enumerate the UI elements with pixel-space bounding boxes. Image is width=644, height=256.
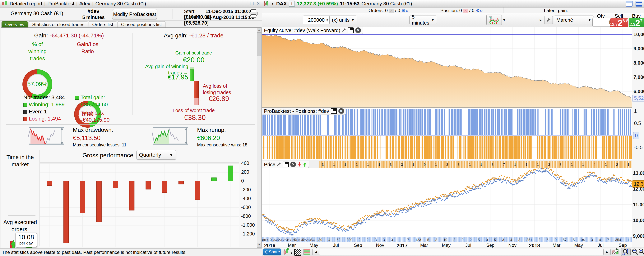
scroll-left-icon[interactable]: ◀ bbox=[312, 249, 320, 255]
orders-count-2: 0 bbox=[398, 8, 400, 13]
order-count: 3 bbox=[375, 238, 377, 242]
order-count: 5 bbox=[494, 238, 496, 242]
panel-window-icon[interactable] bbox=[282, 162, 289, 167]
price-axis-gutter[interactable]: 10,0009,0008,0007,0006,0005,528.710.50-0… bbox=[632, 27, 644, 247]
timeframe-select[interactable]: 5 minutes ▼ bbox=[409, 16, 437, 24]
positions-panel[interactable] bbox=[262, 108, 632, 160]
quantity-stepper[interactable]: 200000 ▲▼ bbox=[303, 16, 330, 24]
modify-probacktest-button[interactable]: Modify ProBacktest bbox=[112, 9, 157, 19]
x-axis-label: Sep bbox=[486, 242, 494, 248]
dropdown-caret-icon[interactable]: ▼ bbox=[502, 18, 506, 22]
close-icon[interactable]: ✕ bbox=[355, 28, 361, 33]
scroll-up-icon[interactable]: ▲ bbox=[257, 28, 261, 33]
gear-icon[interactable]: ⚙⚙ bbox=[402, 8, 408, 13]
equity-panel-header[interactable]: Equity curve: #dev (Walk Forward) ✕ bbox=[262, 27, 363, 34]
stepper-arrows[interactable]: ▲▼ bbox=[326, 18, 328, 22]
minimize-button[interactable]: — bbox=[243, 1, 247, 6]
order-count: 19 bbox=[444, 238, 447, 242]
price-last-value: 12,327.3 bbox=[632, 180, 644, 187]
losing-legend-swatch bbox=[24, 117, 27, 121]
max-consecutive-wins: Max consecutive wins: 18 bbox=[197, 142, 247, 148]
equity-axis-label: 9,000 bbox=[634, 46, 644, 52]
units-select[interactable]: (x) units ▼ bbox=[330, 16, 357, 24]
tab-statistics-of-closed-trades[interactable]: Statistics of closed trades bbox=[28, 21, 88, 28]
order-count: 4 bbox=[599, 238, 601, 242]
close-icon[interactable]: ✕ bbox=[290, 162, 296, 167]
x-axis-label: Mar bbox=[552, 242, 560, 248]
zoom-fit-icon[interactable] bbox=[621, 248, 630, 256]
remove-x-icon[interactable]: ✕ bbox=[389, 9, 394, 13]
tab-orders-list[interactable]: Orders list bbox=[88, 21, 117, 28]
best-trade-label: Gain of best trade bbox=[165, 50, 222, 56]
panel-window-icon[interactable] bbox=[348, 28, 354, 33]
chart-window: ▼ DAX i 12,327.3 (+0.59%) 11:15:53 Germa… bbox=[262, 0, 644, 256]
total-loss-label: Total loss: bbox=[80, 110, 104, 116]
qty-input[interactable]: 1 bbox=[592, 18, 613, 27]
tab-overview[interactable]: Overview bbox=[2, 21, 28, 28]
scroll-right-icon[interactable]: ▶ bbox=[603, 249, 611, 255]
losing-count: Losing: 1,494 bbox=[29, 116, 61, 122]
x-axis-label: Jul bbox=[333, 242, 339, 248]
time-scrollbar[interactable] bbox=[319, 249, 604, 255]
order-count: 4 bbox=[328, 238, 330, 242]
price-count: 1 bbox=[582, 163, 584, 167]
close-button[interactable]: ✕ bbox=[256, 1, 260, 6]
equity-curve-plot bbox=[262, 27, 632, 107]
positions-panel-header[interactable]: ProBacktest - Positions: #dev ✕ bbox=[262, 108, 346, 115]
info-icon[interactable]: i bbox=[289, 1, 295, 7]
workspace-grid-icon[interactable] bbox=[626, 1, 632, 7]
order-settings-button[interactable] bbox=[544, 16, 553, 24]
zoom-in-icon[interactable] bbox=[638, 248, 644, 255]
price-panel-header[interactable]: Price ✕ bbox=[262, 161, 309, 168]
report-list-icon[interactable] bbox=[294, 249, 301, 255]
bar-Q1-2017 bbox=[130, 181, 134, 210]
sell-button[interactable]: 12,326.8 bbox=[610, 18, 628, 27]
best-trade-value: €20.00 bbox=[165, 56, 222, 64]
price-count: 1 bbox=[627, 163, 630, 167]
panel-window-icon[interactable] bbox=[331, 108, 337, 114]
buy-button[interactable]: 12,327.8 bbox=[629, 18, 644, 27]
wrench-icon[interactable] bbox=[342, 28, 346, 33]
market-symbol[interactable]: DAX bbox=[276, 1, 287, 7]
tab-closed-positions-list[interactable]: Closed positions list bbox=[118, 21, 166, 28]
price-count: 1 bbox=[333, 163, 335, 167]
dropdown-caret-icon[interactable]: ▼ bbox=[290, 251, 293, 255]
remove-x-icon[interactable]: ✕ bbox=[463, 9, 468, 13]
period-selector[interactable]: Quarterly ▼ bbox=[136, 150, 176, 160]
down-arrow-icon[interactable] bbox=[298, 162, 302, 167]
backtest-candles-icon[interactable] bbox=[283, 248, 289, 255]
price-counts-band: 3111113319133113711133114121 bbox=[319, 161, 632, 168]
price-count: 9 bbox=[424, 163, 426, 167]
avg-orders-badge: 10.08 per day bbox=[15, 232, 37, 247]
zoom-out-icon[interactable] bbox=[632, 248, 638, 255]
order-type-select[interactable]: Marché ▼ bbox=[554, 16, 594, 24]
price-chart-panel[interactable] bbox=[262, 168, 632, 237]
total-loss-value: -€40,175.90 bbox=[81, 117, 110, 123]
printer-icon[interactable] bbox=[249, 9, 258, 19]
positions-axis-label: 0.5 bbox=[634, 120, 641, 126]
equity-curve-panel[interactable] bbox=[262, 27, 632, 108]
orders-bricks-icon[interactable] bbox=[304, 249, 310, 255]
position-count: 0 bbox=[459, 8, 462, 13]
wrench-icon[interactable] bbox=[277, 162, 281, 167]
chart-style-button[interactable] bbox=[486, 15, 502, 25]
maximize-button[interactable]: ❐ bbox=[250, 1, 254, 6]
report-titlebar[interactable]: Detailed report | ProBacktest | #dev | G… bbox=[0, 0, 262, 8]
panel-list-icon[interactable] bbox=[636, 1, 642, 7]
bar-Q4-2016 bbox=[113, 181, 118, 188]
equity-axis-label: 6,000 bbox=[634, 89, 644, 94]
gear-icon[interactable]: ⚙⚙ bbox=[476, 8, 483, 13]
close-icon[interactable]: ✕ bbox=[338, 108, 344, 114]
dropdown-caret-icon: ▼ bbox=[588, 18, 591, 22]
chart-settings-wrench-icon[interactable] bbox=[612, 248, 620, 255]
order-count: 5 bbox=[478, 238, 480, 242]
gross-performance-title: Gross performance bbox=[82, 152, 133, 159]
chart-titlebar[interactable]: ▼ DAX i 12,327.3 (+0.59%) 11:15:53 Germa… bbox=[262, 0, 644, 8]
header-timeframe: 5 minutes bbox=[77, 15, 110, 20]
avg-loss-value: -€26.89 bbox=[206, 95, 229, 102]
up-arrow-icon[interactable] bbox=[303, 162, 307, 167]
expand-right-icon[interactable]: ▸ bbox=[540, 18, 542, 22]
share-button[interactable]: Share bbox=[263, 248, 281, 255]
dropdown-caret-icon[interactable]: ▼ bbox=[271, 2, 274, 6]
scrollbar-thumb[interactable] bbox=[257, 33, 261, 56]
